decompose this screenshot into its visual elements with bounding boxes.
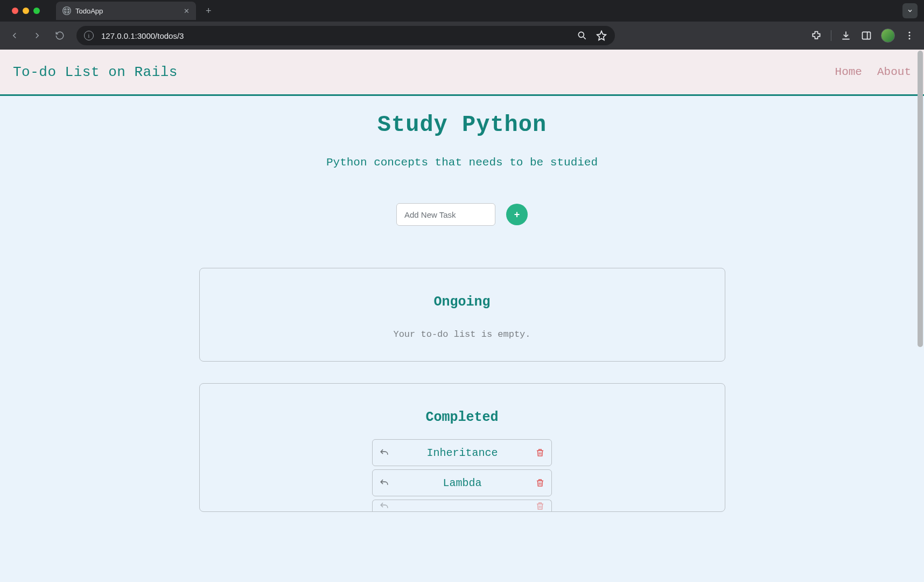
- completed-task-list: Inheritance Lambda: [216, 439, 709, 511]
- url-text: 127.0.0.1:3000/todos/3: [101, 31, 569, 40]
- add-task-button[interactable]: +: [506, 204, 528, 225]
- extensions-icon[interactable]: [810, 30, 822, 41]
- plus-icon: +: [514, 209, 520, 220]
- reload-button[interactable]: [51, 26, 69, 45]
- browser-toolbar: i 127.0.0.1:3000/todos/3: [0, 22, 924, 50]
- trash-icon[interactable]: [535, 448, 545, 458]
- nav-about[interactable]: About: [877, 66, 911, 78]
- ongoing-empty-text: Your to-do list is empty.: [216, 329, 709, 340]
- svg-point-3: [909, 32, 911, 33]
- kebab-menu-icon[interactable]: [904, 30, 915, 41]
- svg-rect-2: [863, 32, 871, 39]
- bookmark-star-icon[interactable]: [596, 30, 607, 41]
- window-controls: [5, 8, 46, 14]
- undo-icon[interactable]: [379, 478, 389, 488]
- svg-point-1: [578, 32, 584, 37]
- tabs-dropdown[interactable]: [902, 3, 918, 18]
- page-viewport: To-do List on Rails Home About Study Pyt…: [0, 50, 924, 582]
- add-task-input[interactable]: [396, 203, 495, 226]
- undo-icon[interactable]: [379, 501, 389, 511]
- tab-bar: TodoApp ✕ +: [0, 0, 924, 22]
- task-item: [372, 500, 552, 511]
- page-title: Study Python: [0, 112, 924, 138]
- page-subtitle: Python concepts that needs to be studied: [0, 156, 924, 169]
- nav-home[interactable]: Home: [835, 66, 862, 78]
- brand-title[interactable]: To-do List on Rails: [13, 64, 178, 80]
- new-tab-button[interactable]: +: [206, 5, 212, 17]
- profile-avatar[interactable]: [881, 29, 895, 43]
- browser-chrome: TodoApp ✕ + i 127.0.0.1:3000/todos/3: [0, 0, 924, 50]
- trash-icon[interactable]: [535, 478, 545, 488]
- task-item: Lambda: [372, 469, 552, 496]
- globe-icon: [62, 6, 71, 15]
- ongoing-card: Ongoing Your to-do list is empty.: [199, 268, 725, 362]
- window-minimize[interactable]: [23, 8, 29, 14]
- site-info-icon[interactable]: i: [84, 31, 94, 40]
- scrollbar-thumb[interactable]: [918, 51, 923, 347]
- toolbar-divider: [831, 30, 831, 41]
- svg-point-4: [909, 35, 911, 37]
- ongoing-title: Ongoing: [216, 294, 709, 310]
- task-name[interactable]: Inheritance: [389, 447, 535, 459]
- downloads-icon[interactable]: [840, 30, 852, 41]
- tab-title: TodoApp: [75, 7, 179, 15]
- completed-title: Completed: [216, 410, 709, 425]
- svg-point-5: [909, 38, 911, 39]
- close-icon[interactable]: ✕: [184, 7, 190, 15]
- add-task-row: +: [0, 203, 924, 226]
- nav-links: Home About: [835, 66, 911, 78]
- main-content: Study Python Python concepts that needs …: [0, 96, 924, 534]
- toolbar-actions: [810, 29, 919, 43]
- forward-button[interactable]: [28, 26, 46, 45]
- side-panel-icon[interactable]: [860, 30, 872, 41]
- browser-tab[interactable]: TodoApp ✕: [56, 2, 196, 20]
- window-maximize[interactable]: [33, 8, 40, 14]
- window-close[interactable]: [12, 8, 18, 14]
- task-item: Inheritance: [372, 439, 552, 466]
- trash-icon[interactable]: [535, 501, 545, 511]
- back-button[interactable]: [5, 26, 24, 45]
- undo-icon[interactable]: [379, 448, 389, 458]
- app-header: To-do List on Rails Home About: [0, 50, 924, 96]
- completed-card: Completed Inheritance Lambda: [199, 383, 725, 512]
- zoom-icon[interactable]: [576, 30, 588, 41]
- task-name[interactable]: Lambda: [389, 477, 535, 489]
- address-bar[interactable]: i 127.0.0.1:3000/todos/3: [76, 26, 615, 45]
